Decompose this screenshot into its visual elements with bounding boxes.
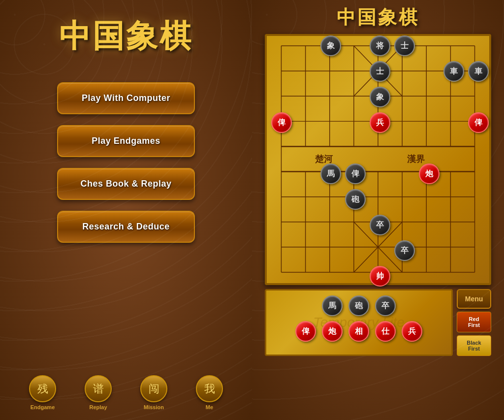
bottom-area: 馬 砲 卒 俾 炮 相 仕 兵 Temporary Lite Menu RedF… [265,289,491,356]
replay-label: Replay [89,404,107,410]
nav-mission[interactable]: 闯 Mission [140,375,167,410]
ches-book-button[interactable]: Ches Book & Replay [57,168,195,200]
menu-buttons: Play With Computer Play Endgames Ches Bo… [57,82,195,243]
me-icon: 我 [196,375,223,402]
piece-shi-2[interactable]: 士 [370,61,390,82]
play-endgames-button[interactable]: Play Endgames [57,125,195,157]
piece-ju-1[interactable]: 車 [443,61,464,82]
reserve-shi3[interactable]: 仕 [375,321,396,342]
menu-button[interactable]: Menu [457,289,491,309]
bottom-nav: 残 Endgame 谱 Replay 闯 Mission 我 Me [0,375,252,410]
piece-pao-black[interactable]: 砲 [345,189,366,210]
piece-xiang-1[interactable]: 象 [320,35,341,56]
research-deduce-button[interactable]: Research & Deduce [57,211,195,243]
piece-red-bing-2[interactable]: 兵 [370,112,390,133]
piece-zu-2[interactable]: 卒 [394,240,415,261]
me-label: Me [206,404,213,410]
svg-text:楚河: 楚河 [315,154,333,164]
piece-jiang[interactable]: 将 [370,35,390,56]
reserve-row-1: 馬 砲 卒 [321,294,397,317]
nav-me[interactable]: 我 Me [196,375,223,410]
reserve-pieces: 馬 砲 卒 俾 炮 相 仕 兵 Temporary Lite [265,289,453,356]
right-controls: Menu RedFirst BlackFirst [457,289,491,356]
right-title: 中国象棋 [337,5,419,30]
piece-black-bing[interactable]: 俾 [345,163,366,184]
reserve-pao[interactable]: 砲 [348,295,369,316]
mission-label: Mission [144,404,164,410]
left-panel: 中国象棋 Play With Computer Play Endgames Ch… [0,0,252,420]
reserve-row-2: 俾 炮 相 仕 兵 [294,320,423,343]
right-panel: 中国象棋 [252,0,504,420]
reserve-xiang3[interactable]: 相 [348,321,369,342]
endgame-icon: 残 [29,375,56,402]
piece-shuai[interactable]: 帅 [370,266,390,287]
reserve-pao2[interactable]: 炮 [322,321,343,342]
mission-icon: 闯 [140,375,167,402]
play-computer-button[interactable]: Play With Computer [57,82,195,114]
piece-ma[interactable]: 馬 [320,163,341,184]
replay-icon: 谱 [85,375,112,402]
nav-replay[interactable]: 谱 Replay [85,375,112,410]
black-first-button[interactable]: BlackFirst [457,335,491,356]
reserve-ma[interactable]: 馬 [322,295,343,316]
reserve-zu[interactable]: 卒 [375,295,396,316]
piece-ju-2[interactable]: 車 [468,61,489,82]
nav-endgame[interactable]: 残 Endgame [29,375,56,410]
piece-red-bing-1[interactable]: 俾 [271,112,292,133]
piece-shi-1[interactable]: 士 [394,35,415,56]
reserve-bing3[interactable]: 兵 [402,321,422,342]
endgame-label: Endgame [31,404,55,410]
reserve-bing2[interactable]: 俾 [295,321,316,342]
left-title: 中国象棋 [59,15,193,58]
piece-red-bing-3[interactable]: 俾 [468,112,489,133]
piece-xiang-2[interactable]: 象 [370,87,390,107]
red-first-button[interactable]: RedFirst [457,312,491,332]
game-board[interactable]: 楚河 漢界 象 将 士 士 車 車 象 俾 兵 俾 馬 俾 炮 砲 卒 卒 帅 [265,34,491,285]
piece-zu-1[interactable]: 卒 [370,215,390,235]
piece-pao-red[interactable]: 炮 [419,163,440,184]
svg-text:漢界: 漢界 [407,154,425,164]
